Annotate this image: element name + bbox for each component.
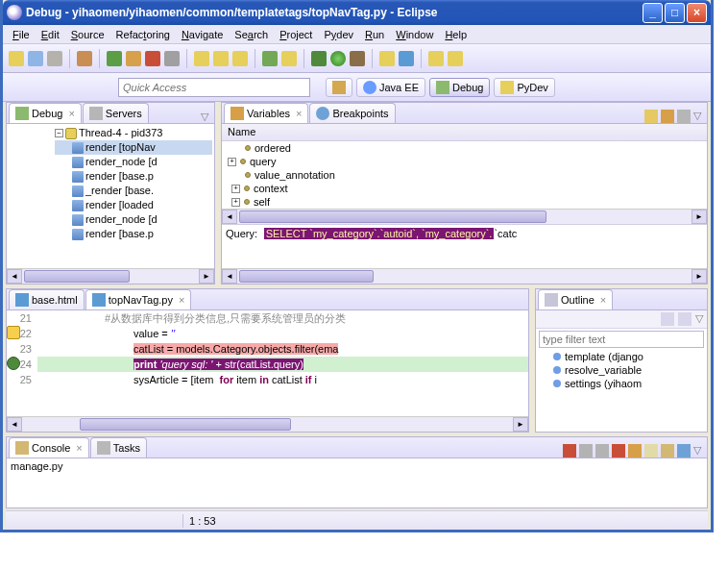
menu-refactoring[interactable]: Refactoring [110, 27, 176, 42]
tab-variables[interactable]: Variables× [224, 103, 308, 123]
close-button[interactable]: × [687, 3, 707, 23]
column-header-name[interactable]: Name [222, 124, 707, 141]
expand-icon[interactable]: + [228, 158, 236, 166]
remove-launch-icon[interactable] [579, 444, 593, 458]
show-logical-icon[interactable] [661, 110, 674, 123]
stack-frame[interactable]: render [base.p [85, 227, 154, 241]
code-editor[interactable]: 21 22 23 24 25 #从数据库中得到分类信息,只需要系统管理员的分类 … [7, 310, 528, 432]
outline-item[interactable]: settings (yihaom [536, 377, 707, 390]
skip-breakpoints-icon[interactable] [77, 51, 92, 66]
horizontal-scrollbar[interactable]: ◄► [7, 268, 214, 284]
debug-icon[interactable] [311, 51, 327, 66]
new-server-icon[interactable] [379, 51, 395, 66]
menu-source[interactable]: Source [65, 27, 110, 42]
tab-breakpoints[interactable]: Breakpoints [309, 103, 395, 123]
variable-row[interactable]: value_annotation [222, 168, 707, 182]
clear-icon[interactable] [612, 444, 625, 458]
collapse-icon[interactable]: − [55, 129, 63, 137]
stack-frame[interactable]: render_node [d [85, 155, 158, 169]
open-console-icon[interactable] [677, 444, 691, 458]
variable-row[interactable]: +self [222, 195, 707, 209]
search-icon[interactable] [399, 51, 414, 66]
menu-window[interactable]: Window [390, 27, 439, 42]
view-menu-icon[interactable]: ▽ [695, 312, 703, 326]
breakpoint-icon[interactable] [7, 357, 20, 370]
tab-outline[interactable]: Outline× [538, 289, 613, 309]
perspective-pydev[interactable]: PyDev [494, 78, 554, 97]
tab-tasks[interactable]: Tasks [90, 437, 147, 458]
disconnect-icon[interactable] [164, 51, 180, 66]
step-over-icon[interactable] [213, 51, 229, 66]
view-menu-icon[interactable]: ▽ [201, 111, 208, 123]
variable-row[interactable]: ordered [222, 141, 707, 155]
tab-servers[interactable]: Servers [83, 103, 149, 123]
stack-frame[interactable]: render [topNav [85, 140, 156, 155]
stack-frame[interactable]: _render [base. [85, 184, 154, 198]
expand-icon[interactable]: + [231, 198, 240, 207]
pin-console-icon[interactable] [644, 444, 658, 458]
drop-to-frame-icon[interactable] [262, 51, 278, 66]
step-return-icon[interactable] [232, 51, 248, 66]
variable-row[interactable]: +query [222, 155, 707, 168]
show-type-names-icon[interactable] [644, 110, 658, 123]
tab-debug[interactable]: Debug× [9, 103, 82, 123]
query-value[interactable]: SELECT `my_category`.`autoid`, `my_categ… [264, 228, 495, 239]
horizontal-scrollbar[interactable]: ◄► [222, 268, 707, 284]
remove-all-icon[interactable] [595, 444, 609, 458]
run-last-icon[interactable] [350, 51, 365, 66]
sort-icon[interactable] [661, 312, 674, 326]
tab-topnavtag[interactable]: topNavTag.py× [85, 289, 192, 309]
tab-console[interactable]: Console× [9, 437, 89, 458]
run-icon[interactable] [330, 51, 346, 66]
minimize-button[interactable]: _ [643, 3, 663, 23]
menu-run[interactable]: Run [359, 27, 390, 42]
suspend-icon[interactable] [126, 51, 141, 66]
scroll-lock-icon[interactable] [628, 444, 642, 458]
open-perspective-button[interactable] [326, 78, 352, 97]
resume-icon[interactable] [107, 51, 122, 66]
display-selected-icon[interactable] [661, 444, 674, 458]
menu-file[interactable]: File [7, 27, 36, 42]
save-icon[interactable] [28, 51, 43, 66]
menu-search[interactable]: Search [229, 27, 274, 42]
close-icon[interactable]: × [179, 294, 184, 306]
menu-help[interactable]: Help [439, 27, 473, 42]
terminate-icon[interactable] [145, 51, 160, 66]
step-into-icon[interactable] [194, 51, 209, 66]
thread-label[interactable]: Thread-4 - pid373 [79, 126, 162, 140]
outline-item[interactable]: template (django [536, 350, 707, 363]
outline-item[interactable]: resolve_variable [536, 363, 707, 377]
forward-icon[interactable] [448, 51, 463, 66]
menu-navigate[interactable]: Navigate [176, 27, 229, 42]
close-icon[interactable]: × [76, 442, 82, 454]
tab-base-html[interactable]: base.html [9, 289, 85, 309]
stack-frame[interactable]: render [loaded [85, 198, 154, 212]
stack-frame[interactable]: render_node [d [85, 212, 158, 227]
back-icon[interactable] [428, 51, 444, 66]
use-step-filters-icon[interactable] [281, 51, 297, 66]
close-icon[interactable]: × [296, 108, 302, 119]
horizontal-scrollbar[interactable]: ◄► [7, 416, 528, 432]
menu-edit[interactable]: Edit [36, 27, 65, 42]
console-output[interactable]: manage.py [7, 458, 707, 507]
save-all-icon[interactable] [47, 51, 62, 66]
menu-project[interactable]: Project [274, 27, 318, 42]
terminate-icon[interactable] [563, 444, 576, 458]
quick-access-input[interactable] [118, 78, 310, 97]
stack-frame[interactable]: render [base.p [85, 169, 154, 184]
variable-row[interactable]: +context [222, 182, 707, 195]
expand-icon[interactable]: + [231, 185, 240, 193]
horizontal-scrollbar[interactable]: ◄► [222, 209, 707, 224]
view-menu-icon[interactable]: ▽ [693, 110, 701, 123]
view-menu-icon[interactable]: ▽ [693, 444, 701, 458]
hide-fields-icon[interactable] [678, 312, 692, 326]
perspective-java-ee[interactable]: Java EE [356, 78, 425, 97]
maximize-button[interactable]: □ [665, 3, 685, 23]
perspective-debug[interactable]: Debug [429, 78, 490, 97]
new-icon[interactable] [9, 51, 24, 66]
collapse-all-icon[interactable] [677, 110, 691, 123]
outline-filter-input[interactable] [539, 331, 704, 348]
close-icon[interactable]: × [600, 294, 606, 306]
menu-pydev[interactable]: Pydev [318, 27, 359, 42]
close-icon[interactable]: × [68, 108, 74, 119]
